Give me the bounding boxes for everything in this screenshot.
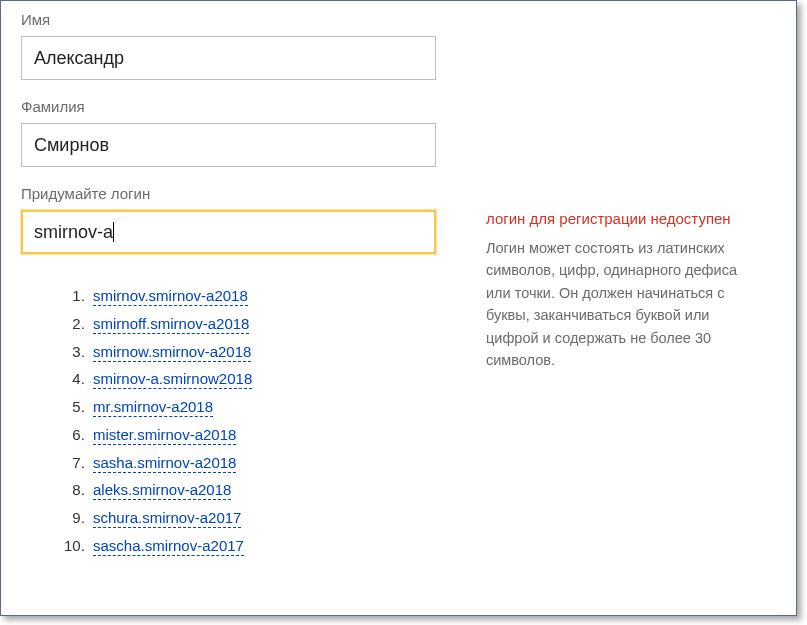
first-name-label: Имя (21, 11, 776, 28)
suggestions-list: smirnov.smirnov-a2018 smirnoff.smirnov-a… (61, 282, 456, 560)
first-name-group: Имя (21, 11, 776, 80)
login-error-title: логин для регистрации недоступен (486, 210, 758, 227)
list-item: sascha.smirnov-a2017 (89, 532, 456, 560)
list-item: aleks.smirnov-a2018 (89, 476, 456, 504)
form-area: Имя Фамилия Придумайте логин smirnov-a s… (1, 1, 796, 580)
login-suggestion-link[interactable]: sasha.smirnov-a2018 (93, 454, 236, 473)
login-error-pane: логин для регистрации недоступен Логин м… (486, 210, 776, 372)
login-hint-text: Логин может состоять из латинских символ… (486, 237, 758, 372)
login-suggestion-link[interactable]: aleks.smirnov-a2018 (93, 481, 231, 500)
list-item: sasha.smirnov-a2018 (89, 449, 456, 477)
login-suggestions: smirnov.smirnov-a2018 smirnoff.smirnov-a… (61, 282, 456, 560)
login-suggestion-link[interactable]: smirnov-a.smirnow2018 (93, 370, 252, 389)
registration-panel: Имя Фамилия Придумайте логин smirnov-a s… (0, 0, 797, 616)
last-name-input[interactable] (21, 123, 436, 167)
login-label: Придумайте логин (21, 185, 776, 202)
login-input[interactable]: smirnov-a (21, 210, 436, 254)
list-item: smirnow.smirnov-a2018 (89, 338, 456, 366)
login-suggestion-link[interactable]: schura.smirnov-a2017 (93, 509, 241, 528)
login-suggestion-link[interactable]: sascha.smirnov-a2017 (93, 537, 244, 556)
login-suggestion-link[interactable]: mister.smirnov-a2018 (93, 426, 236, 445)
login-suggestion-link[interactable]: smirnoff.smirnov-a2018 (93, 315, 249, 334)
list-item: schura.smirnov-a2017 (89, 504, 456, 532)
login-suggestion-link[interactable]: mr.smirnov-a2018 (93, 398, 213, 417)
last-name-label: Фамилия (21, 98, 776, 115)
first-name-input[interactable] (21, 36, 436, 80)
login-group: Придумайте логин smirnov-a smirnov.smirn… (21, 185, 776, 560)
login-suggestion-link[interactable]: smirnow.smirnov-a2018 (93, 343, 251, 362)
login-suggestion-link[interactable]: smirnov.smirnov-a2018 (93, 287, 248, 306)
login-input-value: smirnov-a (34, 222, 113, 242)
list-item: mister.smirnov-a2018 (89, 421, 456, 449)
last-name-group: Фамилия (21, 98, 776, 167)
list-item: smirnoff.smirnov-a2018 (89, 310, 456, 338)
list-item: smirnov.smirnov-a2018 (89, 282, 456, 310)
list-item: mr.smirnov-a2018 (89, 393, 456, 421)
text-caret (113, 222, 114, 242)
list-item: smirnov-a.smirnow2018 (89, 365, 456, 393)
